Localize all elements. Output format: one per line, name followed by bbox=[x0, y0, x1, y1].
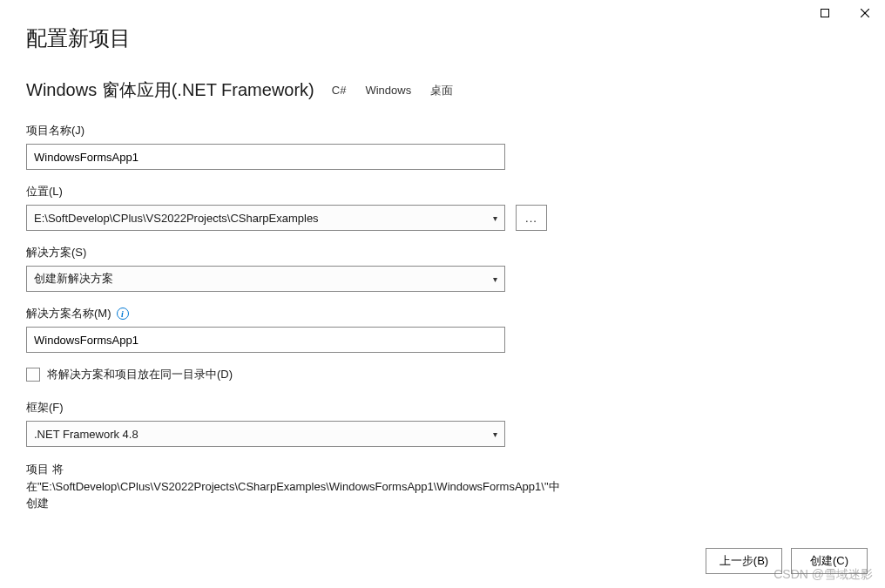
tag-csharp: C# bbox=[330, 82, 348, 98]
chevron-down-icon: ▾ bbox=[493, 274, 497, 284]
same-directory-label: 将解决方案和项目放在同一目录中(D) bbox=[47, 367, 233, 382]
close-icon bbox=[861, 9, 869, 17]
tag-windows: Windows bbox=[363, 82, 413, 98]
window-titlebar bbox=[805, 0, 885, 26]
same-directory-checkbox[interactable] bbox=[26, 368, 40, 382]
main-content: 配置新项目 Windows 窗体应用(.NET Framework) C# Wi… bbox=[0, 0, 885, 530]
svg-rect-0 bbox=[821, 10, 829, 17]
creation-path-info: 项目 将在"E:\SoftDevelop\CPlus\VS2022Project… bbox=[26, 461, 514, 512]
solution-label: 解决方案(S) bbox=[26, 245, 859, 260]
location-label: 位置(L) bbox=[26, 184, 859, 199]
project-name-group: 项目名称(J) bbox=[26, 123, 859, 170]
footer-buttons: 上一步(B) 创建(C) bbox=[706, 548, 868, 574]
info-icon[interactable]: i bbox=[117, 308, 129, 320]
browse-button[interactable]: ... bbox=[516, 205, 547, 231]
framework-combo[interactable]: .NET Framework 4.8 ▾ bbox=[26, 421, 505, 447]
page-title: 配置新项目 bbox=[26, 24, 859, 52]
template-name: Windows 窗体应用(.NET Framework) bbox=[26, 78, 314, 102]
solution-name-group: 解决方案名称(M) i bbox=[26, 306, 859, 353]
solution-name-label: 解决方案名称(M) i bbox=[26, 306, 859, 321]
solution-group: 解决方案(S) 创建新解决方案 ▾ bbox=[26, 245, 859, 292]
maximize-icon bbox=[821, 9, 829, 17]
template-header: Windows 窗体应用(.NET Framework) C# Windows … bbox=[26, 78, 859, 102]
framework-value: .NET Framework 4.8 bbox=[34, 428, 138, 441]
solution-value: 创建新解决方案 bbox=[34, 271, 113, 287]
framework-group: 框架(F) .NET Framework 4.8 ▾ bbox=[26, 400, 859, 447]
project-name-input[interactable] bbox=[26, 144, 505, 170]
back-button[interactable]: 上一步(B) bbox=[706, 548, 782, 574]
maximize-button[interactable] bbox=[805, 0, 845, 26]
solution-name-input[interactable] bbox=[26, 327, 505, 353]
tag-desktop: 桌面 bbox=[429, 81, 455, 100]
framework-label: 框架(F) bbox=[26, 400, 859, 416]
same-directory-row: 将解决方案和项目放在同一目录中(D) bbox=[26, 367, 859, 382]
chevron-down-icon: ▾ bbox=[493, 429, 497, 439]
location-group: 位置(L) E:\SoftDevelop\CPlus\VS2022Project… bbox=[26, 184, 859, 231]
solution-combo[interactable]: 创建新解决方案 ▾ bbox=[26, 266, 505, 292]
chevron-down-icon: ▾ bbox=[493, 213, 497, 223]
location-combo[interactable]: E:\SoftDevelop\CPlus\VS2022Projects\CSha… bbox=[26, 205, 505, 231]
location-value: E:\SoftDevelop\CPlus\VS2022Projects\CSha… bbox=[34, 212, 319, 225]
project-name-label: 项目名称(J) bbox=[26, 123, 859, 139]
close-button[interactable] bbox=[845, 0, 885, 26]
create-button[interactable]: 创建(C) bbox=[791, 548, 868, 574]
